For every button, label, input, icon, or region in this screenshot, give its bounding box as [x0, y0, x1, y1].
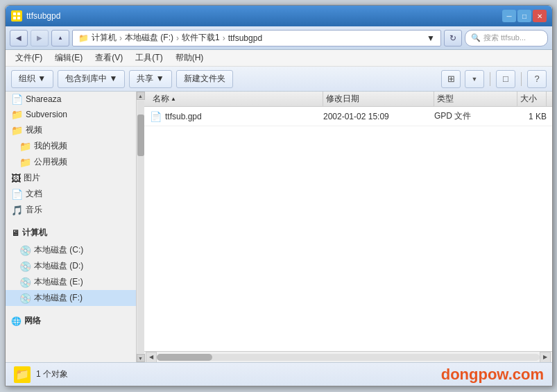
menu-bar: 文件(F) 编辑(E) 查看(V) 工具(T) 帮助(H) — [6, 50, 552, 67]
path-part-3: 软件下载1 — [182, 32, 220, 44]
title-bar: ttfsubgpd ─ □ ✕ — [6, 6, 552, 26]
toolbar: 组织 ▼ 包含到库中 ▼ 共享 ▼ 新建文件夹 ⊞ ▼ □ ? — [6, 67, 552, 92]
h-scroll-thumb[interactable] — [157, 354, 212, 361]
sidebar-item-drive-c[interactable]: 💿 本地磁盘 (C:) — [6, 242, 136, 258]
sidebar-item-shareaza[interactable]: 📄 Shareaza — [6, 92, 136, 107]
drive-e-icon: 💿 — [19, 277, 31, 288]
sidebar-label-pictures: 图片 — [24, 172, 40, 184]
scroll-up-arrow[interactable]: ▲ — [137, 92, 145, 100]
sidebar-item-drive-f[interactable]: 💿 本地磁盘 (F:) — [6, 290, 136, 306]
watermark-text: dongpow.com — [74, 366, 544, 384]
menu-view[interactable]: 查看(V) — [89, 51, 128, 65]
svg-rect-1 — [13, 12, 16, 15]
sidebar-section-computer[interactable]: 🖥 计算机 — [6, 223, 136, 242]
minimize-button[interactable]: ─ — [502, 10, 516, 22]
sidebar-label-subversion: Subversion — [26, 110, 67, 119]
col-date-label: 修改日期 — [326, 93, 359, 105]
organize-button[interactable]: 组织 ▼ — [11, 70, 53, 88]
preview-pane-button[interactable]: □ — [496, 70, 515, 88]
menu-tools[interactable]: 工具(T) — [130, 51, 168, 65]
include-library-button[interactable]: 包含到库中 ▼ — [58, 70, 125, 88]
title-controls: ─ □ ✕ — [502, 10, 547, 22]
close-button[interactable]: ✕ — [533, 10, 547, 22]
maximize-button[interactable]: □ — [517, 10, 531, 22]
status-bar: 📁 1 个对象 dongpow.com — [6, 362, 552, 386]
col-name-sort-icon: ▲ — [171, 96, 176, 102]
scroll-left-arrow[interactable]: ◀ — [146, 352, 157, 363]
view-toggle-button[interactable]: ⊞ — [441, 70, 461, 88]
menu-help[interactable]: 帮助(H) — [170, 51, 209, 65]
back-button[interactable]: ◀ — [10, 30, 28, 46]
sidebar-label-music: 音乐 — [26, 204, 42, 216]
col-header-type[interactable]: 类型 — [434, 92, 517, 106]
path-sep-2: › — [176, 33, 179, 43]
shareaza-icon: 📄 — [11, 94, 23, 105]
sidebar-item-drive-d[interactable]: 💿 本地磁盘 (D:) — [6, 258, 136, 274]
sidebar: 📄 Shareaza 📁 Subversion 📁 视频 📁 我的视频 📁 — [6, 92, 136, 362]
address-bar: ◀ ▶ ▲ 📁 计算机 › 本地磁盘 (F:) › 软件下载1 › ttfsub… — [6, 26, 552, 50]
svg-rect-2 — [17, 12, 20, 15]
share-button[interactable]: 共享 ▼ — [129, 70, 171, 88]
address-folder-icon: 📁 — [78, 33, 89, 43]
sidebar-label-documents: 文档 — [26, 188, 42, 200]
videos-icon: 📁 — [11, 125, 23, 136]
new-folder-button[interactable]: 新建文件夹 — [176, 70, 233, 88]
search-icon: 🔍 — [471, 33, 481, 42]
sidebar-scrollbar[interactable]: ▲ ▼ — [136, 92, 144, 362]
status-folder-icon: 📁 — [14, 366, 31, 383]
file-cell-type: GPD 文件 — [434, 110, 517, 122]
refresh-button[interactable]: ↻ — [444, 30, 462, 46]
sidebar-item-drive-e[interactable]: 💿 本地磁盘 (E:) — [6, 274, 136, 290]
drive-c-icon: 💿 — [19, 245, 31, 256]
path-dropdown-icon[interactable]: ▼ — [427, 33, 435, 43]
scroll-down-arrow[interactable]: ▼ — [137, 354, 145, 362]
sidebar-item-subversion[interactable]: 📁 Subversion — [6, 107, 136, 122]
column-header: 名称 ▲ 修改日期 类型 大小 — [144, 92, 552, 107]
sidebar-item-music[interactable]: 🎵 音乐 — [6, 202, 136, 218]
scroll-track[interactable] — [137, 101, 144, 353]
sidebar-item-my-videos[interactable]: 📁 我的视频 — [6, 138, 136, 154]
sidebar-item-pictures[interactable]: 🖼 图片 — [6, 170, 136, 186]
sidebar-item-documents[interactable]: 📄 文档 — [6, 186, 136, 202]
up-button[interactable]: ▲ — [51, 30, 69, 46]
sidebar-label-computer: 计算机 — [22, 227, 47, 239]
table-row[interactable]: 📄 ttfsub.gpd 2002-01-02 15:09 GPD 文件 1 K… — [144, 107, 552, 126]
search-box[interactable]: 🔍 搜索 ttfsub... — [465, 30, 548, 46]
forward-button[interactable]: ▶ — [31, 30, 49, 46]
sidebar-label-network: 网络 — [24, 315, 41, 327]
menu-file[interactable]: 文件(F) — [10, 51, 48, 65]
file-name: ttfsub.gpd — [165, 112, 202, 121]
scroll-thumb[interactable] — [137, 114, 144, 156]
sidebar-section-network[interactable]: 🌐 网络 — [6, 312, 136, 330]
explorer-window: ttfsubgpd ─ □ ✕ ◀ ▶ ▲ 📁 计算机 › 本地磁盘 (F:) … — [5, 5, 553, 386]
sidebar-item-videos[interactable]: 📁 视频 — [6, 122, 136, 138]
file-area: 名称 ▲ 修改日期 类型 大小 📄 ttfsub.gpd — [144, 92, 552, 362]
sidebar-label-drive-c: 本地磁盘 (C:) — [34, 244, 83, 256]
search-placeholder: 搜索 ttfsub... — [483, 33, 526, 43]
path-part-2: 本地磁盘 (F:) — [125, 32, 173, 44]
computer-icon: 🖥 — [11, 228, 19, 238]
view-icon: ⊞ — [447, 74, 455, 84]
view-dropdown-button[interactable]: ▼ — [465, 70, 484, 88]
menu-edit[interactable]: 编辑(E) — [49, 51, 88, 65]
scroll-right-arrow[interactable]: ▶ — [540, 352, 551, 363]
drive-d-icon: 💿 — [19, 261, 31, 272]
sidebar-label-drive-e: 本地磁盘 (E:) — [34, 276, 83, 288]
sidebar-label-my-videos: 我的视频 — [34, 140, 67, 152]
file-cell-date: 2002-01-02 15:09 — [323, 112, 434, 121]
help-button[interactable]: ? — [527, 70, 547, 88]
sidebar-label-drive-d: 本地磁盘 (D:) — [34, 260, 83, 272]
sidebar-label-shareaza: Shareaza — [26, 94, 61, 104]
col-header-date[interactable]: 修改日期 — [323, 92, 434, 106]
sidebar-item-public-videos[interactable]: 📁 公用视频 — [6, 154, 136, 170]
main-area: 📄 Shareaza 📁 Subversion 📁 视频 📁 我的视频 📁 — [6, 92, 552, 362]
address-path[interactable]: 📁 计算机 › 本地磁盘 (F:) › 软件下载1 › ttfsubgpd ▼ — [72, 30, 441, 46]
h-scroll-track[interactable] — [157, 354, 540, 361]
col-header-name[interactable]: 名称 ▲ — [150, 92, 323, 106]
pictures-icon: 🖼 — [11, 173, 21, 184]
subversion-icon: 📁 — [11, 109, 23, 120]
path-part-1: 计算机 — [92, 32, 117, 44]
horizontal-scrollbar[interactable]: ◀ ▶ — [144, 351, 552, 362]
col-header-size[interactable]: 大小 — [517, 92, 547, 106]
public-videos-icon: 📁 — [19, 157, 31, 168]
